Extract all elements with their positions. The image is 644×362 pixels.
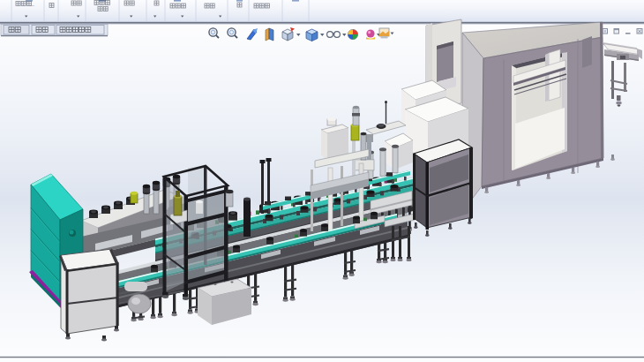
svg-text:...: ... — [30, 2, 34, 7]
